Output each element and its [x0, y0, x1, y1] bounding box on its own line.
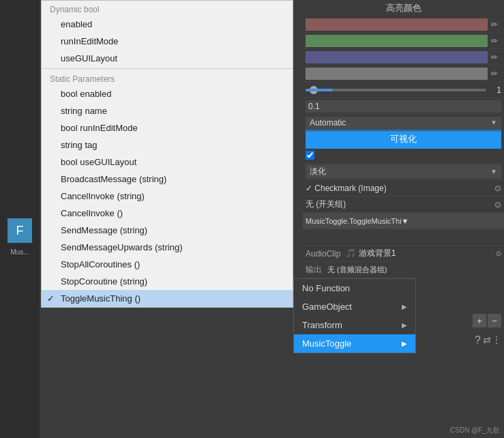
- color-row-4: ✏: [303, 65, 504, 82]
- action-buttons: + −: [473, 314, 501, 327]
- menu-item-stopallcoroutines[interactable]: StopAllCoroutines (): [42, 256, 293, 273]
- minus-button[interactable]: −: [488, 314, 501, 327]
- pencil-icon-2[interactable]: ✏: [488, 36, 501, 46]
- color-input-4[interactable]: [306, 68, 488, 80]
- automatic-dropdown[interactable]: Automatic ▼: [306, 117, 501, 129]
- menu-item-broadcastmessage[interactable]: BroadcastMessage (string): [42, 171, 293, 188]
- menu-item-sendmessageupwards[interactable]: SendMessageUpwards (string): [42, 239, 293, 256]
- sidebar-label: Mus...: [10, 248, 29, 256]
- group-row: 无 (开关组) ⊙: [303, 196, 504, 213]
- submenu-arrow-musictoggle: ▶: [402, 340, 407, 347]
- sidebar-icon-letter: F: [16, 224, 24, 238]
- menu-item-bool-enabled[interactable]: bool enabled: [42, 85, 293, 102]
- section-divider: [42, 68, 293, 69]
- menu-item-string-name[interactable]: string name: [42, 102, 293, 119]
- visualize-button[interactable]: 可视化: [306, 130, 501, 149]
- slider-value: 1: [490, 85, 501, 95]
- section-static-params: Static Parameters: [42, 70, 293, 85]
- checkmark-label: ✓ Checkmark (Image): [306, 184, 494, 193]
- right-panel: 高亮颜色 ✏ ✏ ✏ ✏ 1 Automatic ▼ 可视化: [303, 0, 504, 438]
- submenu-item-no-function[interactable]: No Function: [294, 279, 415, 297]
- fade-dropdown-row: 淡化 ▼: [303, 164, 504, 180]
- menu-item-togglemusicthing[interactable]: ToggleMusicThing (): [42, 290, 293, 307]
- checkmark-settings-icon[interactable]: ⊙: [494, 184, 501, 193]
- left-sidebar: F Mus...: [0, 0, 40, 438]
- arrow-icon[interactable]: ⇅: [480, 336, 492, 345]
- highlight-color-label: 高亮颜色: [303, 0, 504, 16]
- submenu-item-gameobject[interactable]: GameObject ▶: [294, 297, 415, 316]
- menu-item-runineditmode[interactable]: runInEditMode: [42, 33, 293, 50]
- output-value: 无 (音频混合器组): [327, 265, 501, 275]
- submenu-arrow-transform: ▶: [402, 321, 407, 329]
- visualize-row: 可视化: [303, 131, 504, 147]
- submenu-item-transform[interactable]: Transform ▶: [294, 316, 415, 334]
- output-label: 输出: [306, 264, 322, 276]
- float-input[interactable]: [306, 100, 501, 113]
- menu-item-cancelinvoke[interactable]: CancelInvoke (): [42, 205, 293, 222]
- checkbox-row: [303, 147, 504, 164]
- menu-item-bool-useguilayout[interactable]: bool useGUILayout: [42, 154, 293, 171]
- audioclip-row: AudioClip 🎵 游戏背景1 ⊙: [303, 246, 504, 262]
- sidebar-icon[interactable]: F: [8, 218, 32, 243]
- bottom-icons: ? ⇅ ⋮: [475, 334, 501, 347]
- audioclip-value: 🎵 游戏背景1: [346, 248, 496, 259]
- watermark: CSDN @F_九歌: [450, 426, 500, 435]
- color-input-2[interactable]: [306, 35, 488, 47]
- output-row: 输出 无 (音频混合器组): [303, 262, 504, 278]
- function-submenu: No Function GameObject ▶ Transform ▶ Mus…: [293, 278, 416, 353]
- slider-row: 1: [303, 82, 504, 98]
- pencil-icon-1[interactable]: ✏: [488, 20, 501, 29]
- menu-item-string-tag[interactable]: string tag: [42, 136, 293, 154]
- fade-dropdown[interactable]: 淡化 ▼: [306, 164, 501, 179]
- float-value-row: [303, 98, 504, 115]
- color-row-3: ✏: [303, 49, 504, 65]
- menu-item-stopcoroutine[interactable]: StopCoroutine (string): [42, 273, 293, 290]
- audioclip-label: AudioClip: [306, 249, 340, 259]
- color-input-3[interactable]: [306, 51, 488, 63]
- menu-item-useguilayout[interactable]: useGUILayout: [42, 50, 293, 67]
- music-toggle-row[interactable]: MusicToggle.ToggleMusicThi▼: [303, 213, 504, 229]
- color-row-2: ✏: [303, 33, 504, 49]
- pencil-icon-3[interactable]: ✏: [488, 53, 501, 62]
- color-row-1: ✏: [303, 16, 504, 33]
- color-input-1[interactable]: [306, 18, 488, 31]
- main-dropdown-menu: Dynamic bool enabled runInEditMode useGU…: [41, 0, 293, 308]
- audioclip-settings-icon[interactable]: ⊙: [496, 250, 501, 257]
- group-label: 无 (开关组): [306, 199, 494, 210]
- pencil-icon-4[interactable]: ✏: [488, 69, 501, 78]
- main-checkbox[interactable]: [306, 151, 314, 160]
- menu-item-sendmessage[interactable]: SendMessage (string): [42, 222, 293, 239]
- submenu-arrow-gameobject: ▶: [402, 303, 407, 310]
- menu-dots-icon[interactable]: ⋮: [492, 334, 501, 347]
- menu-item-enabled[interactable]: enabled: [42, 16, 293, 33]
- menu-item-bool-runineditmode[interactable]: bool runInEditMode: [42, 119, 293, 136]
- dropdown-arrow-icon: ▼: [490, 119, 497, 126]
- plus-button[interactable]: +: [473, 314, 486, 327]
- automatic-dropdown-row: Automatic ▼: [303, 115, 504, 131]
- menu-item-cancelinvoke-string[interactable]: CancelInvoke (string): [42, 188, 293, 205]
- section-dynamic-bool: Dynamic bool: [42, 1, 293, 16]
- submenu-item-musictoggle[interactable]: MusicToggle ▶: [294, 334, 415, 353]
- fade-arrow-icon: ▼: [490, 168, 497, 175]
- music-toggle-text: MusicToggle.ToggleMusicThi▼: [306, 217, 501, 225]
- action-buttons-row: [303, 229, 504, 246]
- group-settings-icon[interactable]: ⊙: [494, 200, 501, 209]
- checkmark-row: ✓ Checkmark (Image) ⊙: [303, 180, 504, 196]
